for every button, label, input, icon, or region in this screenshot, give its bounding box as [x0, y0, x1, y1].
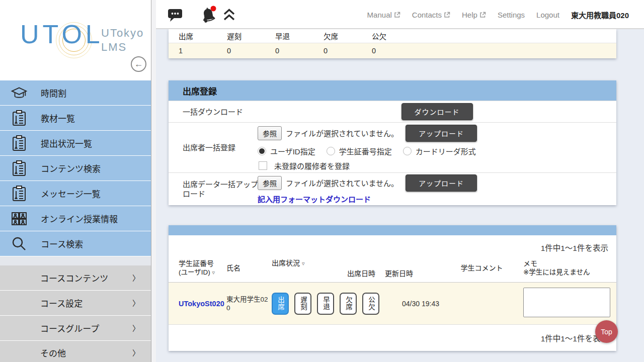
sidebar-item-label: 提出状況一覧 [41, 137, 92, 149]
sidebar-divider [0, 256, 151, 265]
attendee-file-line: 参照 ファイルが選択されていません。 アップロード [258, 125, 616, 142]
bulk-download-row: 一括ダウンロード ダウンロード [169, 101, 616, 122]
summary-header-row: 出席 遅刻 早退 欠席 公欠 [169, 29, 616, 43]
col-student-comment: 学生コメント [440, 254, 523, 282]
search-icon [10, 234, 29, 253]
status-button-group: 出席 遅刻 早退 欠席 公欠 [272, 293, 347, 315]
sidebar-scrollbar[interactable] [151, 0, 156, 362]
sidebar-item-label: コンテンツ検索 [41, 162, 101, 174]
sidebar-item-label: 教材一覧 [41, 112, 75, 124]
header-link-logout[interactable]: Logout [536, 11, 559, 19]
radio-card-reader-format[interactable] [403, 147, 412, 155]
attendee-bulk-label: 出席者一括登録 [169, 123, 258, 172]
sidebar-item-label: メッセージ一覧 [41, 187, 101, 200]
student-id-link[interactable]: UTokyoSt020 [179, 300, 224, 308]
online-class-icon [10, 209, 29, 228]
sidebar-collapse-button[interactable]: ← [131, 56, 146, 72]
scroll-top-button[interactable]: Top [595, 320, 618, 343]
col-status: 出席状況 ▿ [272, 254, 347, 282]
chevron-right-icon: 〉 [132, 347, 140, 358]
col-attend-time: 出席日時 [347, 254, 385, 282]
sidebar-item-label: オンライン授業情報 [41, 212, 118, 225]
student-name: 東大用学生020 [226, 295, 272, 312]
sidebar-item-messages[interactable]: メッセージ一覧 [0, 181, 151, 206]
external-link-icon [479, 12, 486, 18]
chevron-right-icon: 〉 [132, 323, 140, 333]
data-upload-label: 出席データ一括アップロード [169, 173, 258, 205]
sidebar-item-materials[interactable]: 教材一覧 [0, 106, 151, 130]
col-memo: メモ ※学生には見えません [523, 254, 616, 282]
summary-col-absent: 欠席 [324, 29, 372, 44]
summary-value-late: 0 [227, 43, 275, 58]
no-file-selected-text: ファイルが選択されていません。 [286, 128, 398, 138]
student-attendance-panel: 1件中1〜1件を表示 学生証番号 (ユーザID) ▿ 氏名 出席状況 ▿ 出席日… [169, 225, 616, 351]
sidebar-item-course-search[interactable]: コース検索 [0, 231, 151, 256]
attendance-data-upload-row: 出席データ一括アップロード 参照 ファイルが選択されていません。 アップロード … [169, 172, 616, 205]
header-link-help[interactable]: Help [462, 11, 486, 19]
summary-col-excused: 公欠 [372, 29, 420, 44]
chat-icon[interactable] [168, 9, 183, 22]
download-button[interactable]: ダウンロード [401, 103, 473, 120]
attendance-register-panel: 出席登録 一括ダウンロード ダウンロード 出席者一括登録 参照 ファイルが選択さ… [169, 80, 616, 205]
header-link-settings[interactable]: Settings [498, 11, 525, 19]
sidebar-item-course-contents[interactable]: コースコンテンツ 〉 [0, 265, 151, 290]
sidebar-item-timetable[interactable]: 時間割 [0, 80, 151, 105]
radio-student-card-number[interactable] [327, 147, 335, 155]
col-name: 氏名 [226, 254, 272, 282]
arrow-left-icon: ← [134, 59, 143, 69]
attendance-summary-table: 出席 遅刻 早退 欠席 公欠 1 0 0 0 0 [169, 29, 616, 58]
col-update-time: 更新日時 [385, 254, 440, 282]
external-link-icon [444, 12, 450, 18]
collapse-up-icon[interactable] [222, 8, 236, 22]
sidebar-item-label: コース検索 [41, 237, 83, 250]
graduation-cap-icon [10, 83, 29, 103]
materials-icon [10, 159, 29, 178]
materials-icon [10, 184, 29, 203]
upload-button[interactable]: アップロード [406, 174, 477, 192]
summary-col-late: 遅刻 [227, 29, 275, 44]
sort-icon[interactable]: ▿ [212, 269, 215, 276]
sidebar-item-content-search[interactable]: コンテンツ検索 [0, 156, 151, 180]
status-button-early-leave[interactable]: 早退 [317, 293, 334, 315]
col-student-id: 学生証番号 (ユーザID) ▿ [179, 254, 226, 282]
register-unregistered-checkbox[interactable] [259, 161, 267, 170]
radio-user-id[interactable] [258, 147, 266, 155]
main-area: Manual Contacts Help Settings Logout 東大用… [156, 0, 644, 362]
format-download-link[interactable]: 記入用フォーマットダウンロード [258, 194, 616, 204]
materials-icon [10, 134, 29, 153]
sidebar-item-others[interactable]: その他 〉 [0, 341, 151, 362]
sidebar-item-submission-status[interactable]: 提出状況一覧 [0, 131, 151, 155]
upload-button[interactable]: アップロード [406, 125, 477, 142]
student-table-header: 学生証番号 (ユーザID) ▿ 氏名 出席状況 ▿ 出席日時 更新日時 学生コメ… [169, 254, 616, 283]
utol-logo: UTOL [20, 19, 104, 49]
summary-data-row: 1 0 0 0 0 [169, 43, 616, 58]
bulk-download-label: 一括ダウンロード [169, 107, 258, 117]
logo-area: UTOL UTokyo LMS ← [0, 0, 151, 80]
summary-col-present: 出席 [179, 29, 227, 44]
materials-icon [10, 109, 29, 128]
sort-icon[interactable]: ▿ [302, 260, 305, 266]
header-link-contacts[interactable]: Contacts [412, 11, 450, 19]
sidebar-item-label: 時間割 [41, 86, 66, 99]
external-link-icon [394, 12, 400, 18]
browse-button[interactable]: 参照 [258, 176, 282, 190]
no-file-selected-text: ファイルが選択されていません。 [286, 177, 398, 188]
browse-button[interactable]: 参照 [258, 126, 282, 140]
sidebar-item-course-group[interactable]: コースグループ 〉 [0, 316, 151, 340]
chevron-right-icon: 〉 [132, 298, 140, 308]
utol-logo-subtitle: UTokyo LMS [101, 26, 144, 54]
summary-value-absent: 0 [324, 43, 372, 58]
page: { "sidebar": { "logo": { "title": "UTOL"… [0, 0, 644, 362]
bell-icon[interactable] [199, 5, 219, 25]
sidebar-item-label: その他 [40, 346, 66, 359]
panel-top-bar [169, 225, 616, 235]
attendance-datetime: 04/30 19:43 [347, 300, 440, 308]
panel-title: 出席登録 [169, 80, 616, 101]
memo-input[interactable] [523, 288, 610, 317]
sidebar-item-online-class-info[interactable]: オンライン授業情報 [0, 206, 151, 231]
student-table-footer: 1件中1〜1件を表示 [169, 325, 616, 351]
header-link-manual[interactable]: Manual [367, 11, 400, 19]
sidebar-item-course-settings[interactable]: コース設定 〉 [0, 291, 151, 315]
status-button-present[interactable]: 出席 [272, 293, 289, 315]
status-button-late[interactable]: 遅刻 [294, 293, 311, 315]
